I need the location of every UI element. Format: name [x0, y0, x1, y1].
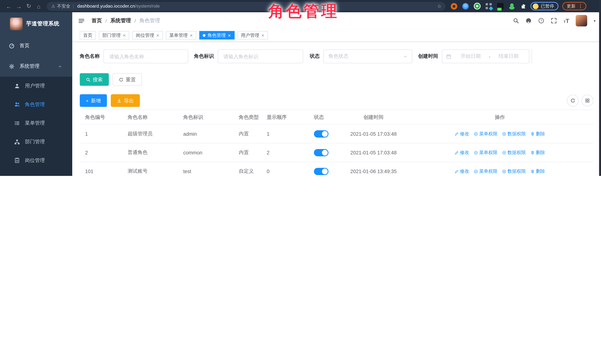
sidebar-item-role-mgmt[interactable]: 角色管理: [0, 95, 72, 114]
sidebar-item-system-mgmt[interactable]: 系统管理: [0, 56, 72, 77]
caret-down-icon[interactable]: ▾: [594, 19, 596, 23]
browser-forward-icon[interactable]: →: [14, 1, 24, 11]
browser-menu-icon[interactable]: ⋮: [577, 3, 584, 9]
reset-button[interactable]: 重置: [113, 73, 142, 86]
url-host: dashboard.yudao.iocoder.cn: [77, 3, 135, 9]
profile-paused-chip[interactable]: 已暂停: [531, 2, 558, 10]
extension-icon[interactable]: [486, 3, 492, 10]
bookmark-star-icon[interactable]: ☆: [437, 3, 441, 9]
role-name-label: 角色名称: [80, 53, 100, 60]
edit-link[interactable]: 修改: [454, 149, 469, 156]
cell-type: 内置: [233, 149, 261, 156]
menu-permission-link[interactable]: 菜单权限: [474, 149, 498, 156]
sidebar-item-label: 系统管理: [20, 63, 40, 70]
status-toggle[interactable]: [314, 130, 329, 137]
fullscreen-icon[interactable]: [551, 18, 557, 24]
sidebar-item-user-mgmt[interactable]: 用户管理: [0, 77, 72, 95]
browser-update-button[interactable]: 更新 ⋮: [562, 2, 586, 10]
breadcrumb-current: 角色管理: [139, 17, 160, 24]
column-settings-button[interactable]: [581, 95, 593, 107]
warning-icon: ⚠: [51, 4, 55, 9]
status-toggle[interactable]: [314, 167, 329, 175]
extension-icon[interactable]: [462, 3, 469, 10]
menu-permission-link[interactable]: 菜单权限: [474, 130, 498, 137]
role-name-field[interactable]: [109, 53, 183, 60]
extension-icon[interactable]: [509, 3, 515, 10]
role-key-field[interactable]: [223, 53, 298, 60]
cell-id: 101: [80, 168, 122, 174]
extension-icon[interactable]: [451, 3, 457, 10]
plus-icon: +: [86, 98, 89, 103]
hamburger-icon[interactable]: [78, 17, 85, 24]
refresh-table-button[interactable]: [567, 95, 579, 107]
tab-user-mgmt[interactable]: 用户管理✕: [237, 31, 268, 40]
role-key-input[interactable]: [218, 49, 303, 63]
close-icon[interactable]: ✕: [123, 33, 126, 37]
extension-icon[interactable]: [474, 3, 481, 10]
sidebar-menu: 首页系统管理用户管理角色管理菜单管理部门管理岗位管理字典管理通知公告审计日志0x…: [0, 35, 72, 176]
github-icon[interactable]: [526, 18, 532, 24]
org-tree-icon: [14, 139, 20, 145]
date-range-picker[interactable]: 开始日期 - 结束日期: [442, 49, 529, 63]
delete-link[interactable]: 删除: [531, 168, 545, 174]
breadcrumb: 首页 / 系统管理 / 角色管理: [92, 17, 160, 24]
role-name-input[interactable]: [103, 49, 188, 63]
date-range-separator: -: [487, 53, 492, 59]
breadcrumb-home[interactable]: 首页: [92, 17, 102, 24]
overlay-annotation: 角色管理: [268, 1, 339, 22]
sidebar-item-dict-mgmt[interactable]: 字典管理: [0, 170, 72, 176]
cell-sort: 2: [261, 150, 309, 155]
breadcrumb-system[interactable]: 系统管理: [110, 17, 131, 24]
breadcrumb-separator: /: [134, 18, 136, 23]
cell-created: 2021-01-05 17:03:48: [341, 150, 406, 155]
tab-dept-mgmt[interactable]: 部门管理✕: [99, 31, 129, 40]
tab-home[interactable]: 首页: [80, 31, 96, 40]
user-avatar[interactable]: [576, 15, 587, 27]
tab-menu-mgmt[interactable]: 菜单管理✕: [166, 31, 196, 40]
tab-post-mgmt[interactable]: 岗位管理✕: [132, 31, 163, 40]
data-permission-link[interactable]: 数据权限: [502, 168, 526, 174]
browser-back-icon[interactable]: ←: [4, 1, 14, 11]
browser-home-icon[interactable]: ⌂: [34, 1, 44, 11]
close-icon[interactable]: ✕: [156, 33, 159, 37]
extensions-puzzle-icon[interactable]: [520, 3, 527, 10]
search-button[interactable]: 搜索: [80, 73, 109, 86]
browser-reload-icon[interactable]: ↻: [24, 1, 34, 11]
table-row: 2普通角色common内置22021-01-05 17:03:48修改菜单权限数…: [80, 143, 593, 162]
menu-permission-link[interactable]: 菜单权限: [474, 168, 498, 174]
sidebar-item-post-mgmt[interactable]: 岗位管理: [0, 151, 72, 170]
extensions-row: [451, 3, 527, 10]
extension-icon[interactable]: [497, 3, 504, 10]
data-permission-link[interactable]: 数据权限: [502, 149, 526, 156]
sidebar-item-menu-mgmt[interactable]: 菜单管理: [0, 114, 72, 133]
status-select[interactable]: 角色状态: [324, 49, 412, 63]
column-header: 操作: [406, 114, 593, 120]
font-size-icon[interactable]: TT: [564, 18, 569, 23]
data-permission-link[interactable]: 数据权限: [502, 130, 526, 137]
sidebar-item-dept-mgmt[interactable]: 部门管理: [0, 133, 72, 151]
delete-link[interactable]: 删除: [531, 130, 545, 137]
table-toolbar: + 新增 导出: [80, 94, 593, 107]
close-icon[interactable]: ✕: [261, 33, 264, 37]
sidebar-item-label: 首页: [20, 42, 30, 49]
add-button[interactable]: + 新增: [80, 94, 107, 107]
cell-status: [309, 167, 341, 175]
edit-link[interactable]: 修改: [454, 130, 469, 137]
sidebar-item-home[interactable]: 首页: [0, 35, 72, 56]
status-toggle[interactable]: [314, 149, 329, 156]
search-icon[interactable]: [513, 18, 519, 24]
close-icon[interactable]: ✕: [228, 33, 231, 37]
export-button[interactable]: 导出: [111, 94, 140, 107]
edit-link[interactable]: 修改: [454, 168, 469, 174]
delete-link[interactable]: 删除: [531, 149, 545, 156]
cell-created: 2021-01-06 13:49:35: [341, 168, 406, 174]
address-bar[interactable]: ⚠ 不安全 dashboard.yudao.iocoder.cn /system…: [47, 2, 445, 10]
circle-dot-icon: [502, 150, 506, 155]
update-label: 更新: [567, 3, 576, 9]
help-icon[interactable]: ?: [538, 18, 544, 24]
close-icon[interactable]: ✕: [190, 33, 193, 37]
tab-role-mgmt[interactable]: 角色管理✕: [199, 31, 234, 40]
role-key-label: 角色标识: [194, 53, 214, 60]
logo-row[interactable]: 芋道管理系统: [0, 12, 72, 35]
cell-sort: 1: [261, 131, 309, 137]
